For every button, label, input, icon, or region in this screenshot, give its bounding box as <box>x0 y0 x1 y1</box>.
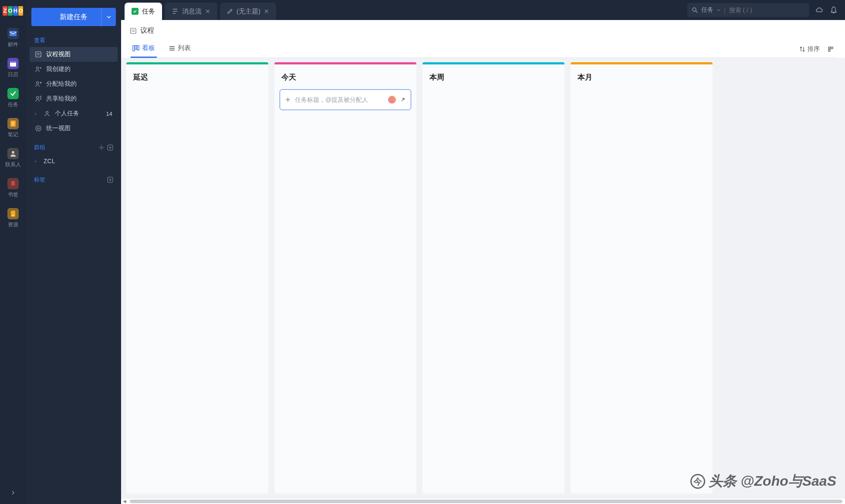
column-today-title: 今天 <box>274 64 416 86</box>
stream-icon <box>172 8 179 15</box>
column-today-body[interactable] <box>274 86 416 494</box>
rail-mail[interactable]: 邮件 <box>3 28 24 48</box>
sort-button[interactable]: 排序 <box>800 45 820 53</box>
unified-icon <box>35 125 42 132</box>
expand-icon[interactable] <box>400 97 406 102</box>
column-today: 今天 <box>274 62 416 494</box>
search-input[interactable] <box>729 7 790 13</box>
view-board-label: 看板 <box>142 44 155 52</box>
svg-point-22 <box>37 128 39 129</box>
chevron-down-icon <box>107 16 111 18</box>
agenda-icon <box>35 51 42 58</box>
rail-notes[interactable]: 笔记 <box>3 118 24 138</box>
column-overdue-body[interactable] <box>126 86 268 494</box>
sort-label: 排序 <box>808 45 820 53</box>
svg-point-16 <box>37 82 39 84</box>
kanban-board: 延迟 今天 <box>121 58 845 498</box>
bell-icon[interactable] <box>830 6 837 14</box>
notes-icon <box>10 120 16 127</box>
rail-collapse-toggle[interactable] <box>11 490 15 495</box>
plus-icon[interactable] <box>285 97 291 102</box>
tab-tasks[interactable]: 任务 <box>125 3 162 20</box>
contacts-icon <box>10 150 17 157</box>
tab-stream[interactable]: 消息流 ✕ <box>165 3 217 20</box>
resources-icon <box>10 210 16 217</box>
svg-rect-0 <box>10 31 17 36</box>
svg-point-23 <box>101 147 102 148</box>
rail-contacts[interactable]: 联系人 <box>3 148 24 168</box>
column-month: 本月 <box>571 62 713 494</box>
nav-assigned-label: 分配给我的 <box>46 80 77 88</box>
nav-shared-with-me[interactable]: 共享给我的 <box>30 91 118 106</box>
rail-mail-label: 邮件 <box>8 41 18 48</box>
new-task-label: 新建任务 <box>60 13 88 22</box>
search-box[interactable]: 任务 | <box>687 3 809 17</box>
person-icon <box>44 110 51 117</box>
column-week: 本周 <box>422 62 564 494</box>
content: 议程 看板 列表 排序 <box>121 20 845 504</box>
add-group-icon[interactable] <box>107 144 113 151</box>
rail-resources[interactable]: 资源 <box>3 208 24 228</box>
new-task-input-row <box>280 89 411 110</box>
chevron-down-icon[interactable] <box>717 9 720 11</box>
close-icon[interactable]: ✕ <box>264 8 269 15</box>
svg-line-31 <box>696 11 697 13</box>
nav-assigned-to-me[interactable]: 分配给我的 <box>30 77 118 91</box>
person-share-icon <box>35 95 42 102</box>
rail-bookmarks-label: 书签 <box>8 191 18 198</box>
scrollbar-thumb[interactable] <box>130 500 842 503</box>
pencil-icon <box>227 8 233 14</box>
tab-stream-label: 消息流 <box>182 7 202 16</box>
svg-point-9 <box>13 215 14 216</box>
svg-rect-43 <box>828 50 830 51</box>
new-task-button[interactable]: 新建任务 <box>31 8 116 26</box>
nav-group-label: ZCL <box>44 158 55 165</box>
cloud-icon[interactable] <box>815 7 824 13</box>
rail-contacts-label: 联系人 <box>5 161 21 168</box>
sidebar: 新建任务 查看 议程视图 我创建的 分配给我的 共享给我的 › 个人任务 <box>26 0 121 504</box>
rail-calendar[interactable]: 日历 <box>3 58 24 78</box>
list-icon <box>169 46 175 51</box>
logo-o1: O <box>8 6 13 16</box>
section-tags-title: 标签 <box>30 173 118 186</box>
svg-rect-35 <box>133 46 135 51</box>
svg-rect-36 <box>135 46 137 49</box>
calendar-icon <box>10 60 17 67</box>
nav-unified-view[interactable]: 统一视图 <box>30 121 118 136</box>
svg-point-17 <box>37 97 39 99</box>
view-tab-list[interactable]: 列表 <box>167 40 193 58</box>
close-icon[interactable]: ✕ <box>205 8 210 15</box>
svg-rect-2 <box>10 61 16 63</box>
nav-agenda-label: 议程视图 <box>46 50 71 58</box>
nav-group-zcl[interactable]: › ZCL <box>30 154 118 168</box>
filter-icon[interactable] <box>828 46 834 52</box>
nav-created-by-me[interactable]: 我创建的 <box>30 62 118 77</box>
logo-o2: O <box>18 6 23 16</box>
page-title: 议程 <box>140 26 154 35</box>
nav-personal-label: 个人任务 <box>55 110 79 118</box>
svg-point-13 <box>37 67 39 69</box>
scroll-left-icon[interactable]: ◀ <box>123 499 126 504</box>
column-month-body[interactable] <box>571 86 713 494</box>
breadcrumb: 议程 <box>130 26 836 35</box>
nav-personal-tasks[interactable]: › 个人任务 14 <box>30 106 118 121</box>
column-week-body[interactable] <box>422 86 564 494</box>
new-task-dropdown[interactable] <box>101 8 116 26</box>
settings-icon[interactable] <box>98 144 105 151</box>
svg-point-21 <box>36 126 41 131</box>
add-tag-icon[interactable] <box>107 177 113 183</box>
column-overdue: 延迟 <box>126 62 268 494</box>
nav-unified-label: 统一视图 <box>46 124 71 132</box>
nav-agenda-view[interactable]: 议程视图 <box>30 47 118 62</box>
svg-point-20 <box>46 111 48 114</box>
nav-shared-label: 共享给我的 <box>46 95 77 103</box>
task-title-input[interactable] <box>295 96 384 103</box>
horizontal-scrollbar[interactable]: ◀ <box>121 498 845 504</box>
tab-untitled[interactable]: (无主题) ✕ <box>220 3 276 20</box>
svg-rect-10 <box>36 52 41 57</box>
logo-z: Z <box>3 6 7 16</box>
assignee-avatar[interactable] <box>388 96 396 104</box>
rail-bookmarks[interactable]: 书签 <box>3 178 24 198</box>
rail-tasks[interactable]: 任务 <box>3 88 24 108</box>
view-tab-board[interactable]: 看板 <box>131 40 157 58</box>
